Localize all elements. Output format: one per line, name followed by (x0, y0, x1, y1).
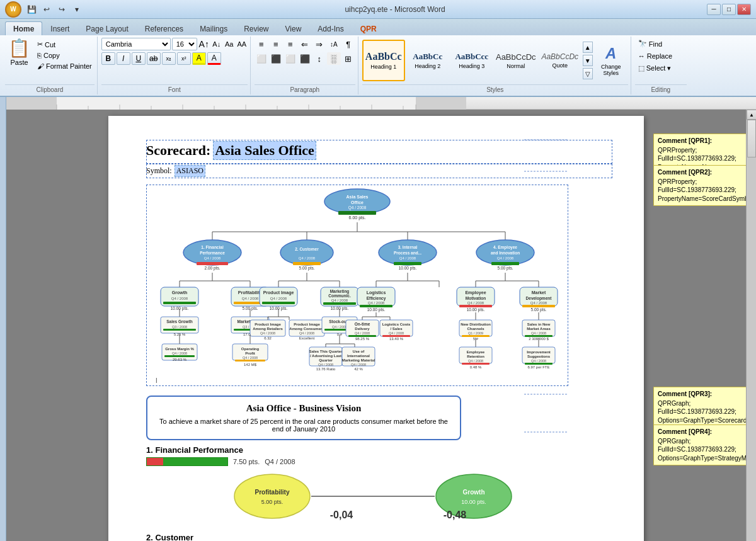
subscript-button[interactable]: x₂ (162, 52, 176, 65)
clear-format-btn[interactable]: Aa (224, 38, 235, 50)
sort-btn[interactable]: ↕A (327, 38, 341, 50)
strikethrough-button[interactable]: ab (147, 52, 161, 65)
main-layout: Scorecard: Asia Sales Office Symbol: ASI… (0, 97, 756, 541)
svg-text:Excellent: Excellent (299, 336, 315, 340)
line-spacing-btn[interactable]: ↕ (312, 52, 326, 65)
decrease-indent-btn[interactable]: ⇐ (298, 38, 312, 50)
style-heading2-btn[interactable]: AaBbCc Heading 2 (406, 40, 449, 81)
svg-text:4. Employee: 4. Employee (493, 245, 517, 250)
svg-point-212 (234, 474, 310, 518)
style-heading1-btn[interactable]: AaBbCc Heading 1 (362, 40, 405, 81)
tab-add-ins[interactable]: Add-Ins (309, 21, 352, 35)
comment-qpr2: Comment [QPR2]: QPRProperty; FullId=SC.1… (653, 165, 746, 206)
cut-button[interactable]: ✂ Cut (35, 39, 94, 50)
v-scroll-track[interactable] (747, 120, 756, 541)
font-color-btn[interactable]: A (207, 52, 221, 65)
increase-font-btn[interactable]: A↑ (198, 38, 210, 50)
clipboard-group-label: Clipboard (5, 84, 94, 93)
bullets-btn[interactable]: ≡ (255, 38, 268, 50)
numbering-btn[interactable]: ≡ (269, 38, 283, 50)
document-page: Scorecard: Asia Sales Office Symbol: ASI… (108, 116, 644, 541)
paragraph-content: ≡ ≡ ≡ ⇐ ⇒ ↕A ¶ ⬜ ⬛ ⬜ ⬛ ↕ ░ ⊞ (255, 37, 355, 84)
tab-page-layout[interactable]: Page Layout (77, 21, 136, 35)
svg-text:Q4 / 2008: Q4 / 2008 (242, 297, 259, 300)
office-button[interactable]: W (5, 1, 21, 18)
minimize-btn[interactable]: ─ (707, 4, 721, 15)
svg-text:Product Image: Product Image (263, 290, 294, 295)
center-btn[interactable]: ⬛ (269, 52, 283, 65)
svg-text:On-time: On-time (355, 322, 370, 326)
decrease-font-btn[interactable]: A↓ (211, 38, 222, 50)
show-hide-btn[interactable]: ¶ (341, 38, 355, 50)
svg-text:0.48 %: 0.48 % (470, 365, 482, 369)
style-quote-btn[interactable]: AaBbCcDc Quote (539, 40, 581, 81)
styles-expand[interactable]: ▽ (583, 68, 593, 79)
qa-dropdown-btn[interactable]: ▾ (71, 4, 83, 15)
tab-view[interactable]: View (277, 21, 310, 35)
tab-qpr[interactable]: QPR (352, 21, 385, 35)
align-left-btn[interactable]: ⬜ (255, 52, 268, 65)
bold-button[interactable]: B (101, 52, 115, 65)
scorecard-tree-wrapper: Asia Sales Office Q4 / 2008 6.00 pts. (146, 185, 606, 388)
svg-rect-20 (338, 211, 376, 215)
comment-qpr4-card: Comment [QPR4]: QPRGraph; FullId=SC.1938… (653, 424, 746, 465)
borders-btn[interactable]: ⊞ (341, 52, 355, 65)
page-scroll[interactable]: Scorecard: Asia Sales Office Symbol: ASI… (6, 110, 746, 541)
v-scroll-thumb[interactable] (747, 120, 756, 157)
change-styles-button[interactable]: A Change Styles (594, 42, 628, 79)
svg-text:Market Areas: Market Areas (527, 327, 551, 331)
vertical-scrollbar[interactable]: ▲ ▼ ⬆ ⬇ (746, 110, 756, 541)
symbol-selected[interactable]: ASIASO (175, 165, 205, 177)
tab-home[interactable]: Home (5, 21, 42, 35)
align-right-btn[interactable]: ⬜ (284, 52, 297, 65)
font-name-select[interactable]: Cambria (101, 38, 171, 50)
doc-title-text: Scorecard: (146, 142, 210, 159)
justify-btn[interactable]: ⬛ (298, 52, 312, 65)
copy-button[interactable]: ⎘ Copy (35, 50, 94, 60)
svg-text:Growth: Growth (463, 489, 485, 496)
shading-btn[interactable]: ░ (327, 52, 341, 65)
doc-title-selected[interactable]: Asia Sales Office (213, 141, 316, 160)
style-heading3-btn[interactable]: AaBbCcc Heading 3 (450, 40, 493, 81)
svg-text:/ Advertising Last: / Advertising Last (310, 354, 341, 358)
paste-button[interactable]: 📋 Paste (5, 38, 33, 68)
font-content: Cambria 16 A↑ A↓ Aa AA B I U ab x₂ x² (101, 37, 248, 84)
find-button[interactable]: 🔭 Find (635, 38, 665, 50)
svg-text:Efficiency: Efficiency (367, 296, 386, 301)
multilevel-btn[interactable]: ≡ (284, 38, 297, 50)
svg-text:Q1 / 2009: Q1 / 2009 (468, 331, 483, 335)
svg-rect-43 (394, 262, 421, 265)
undo-quick-btn[interactable]: ↩ (40, 4, 53, 15)
underline-button[interactable]: U (132, 52, 146, 65)
title-line: Scorecard: Asia Sales Office (146, 141, 606, 162)
superscript-button[interactable]: x² (177, 52, 191, 65)
styles-scroll-up[interactable]: ▲ (583, 42, 593, 53)
editing-content: 🔭 Find ↔ Replace ⬚ Select ▾ (635, 37, 687, 84)
para-row-2: ⬜ ⬛ ⬜ ⬛ ↕ ░ ⊞ (255, 52, 355, 65)
select-button[interactable]: ⬚ Select ▾ (635, 62, 675, 74)
font-size-select[interactable]: 16 (172, 38, 197, 50)
svg-text:Use of: Use of (353, 350, 365, 353)
save-quick-btn[interactable]: 💾 (25, 4, 38, 15)
replace-button[interactable]: ↔ Replace (635, 50, 675, 62)
normal-label: Normal (507, 63, 525, 69)
svg-text:and Innovation: and Innovation (491, 251, 520, 255)
format-painter-button[interactable]: 🖌 Format Painter (35, 61, 94, 71)
change-case-btn[interactable]: AA (236, 38, 248, 50)
style-normal-btn[interactable]: AaBbCcDc Normal (495, 40, 537, 81)
tab-mailings[interactable]: Mailings (192, 21, 236, 35)
maximize-btn[interactable]: □ (722, 4, 736, 15)
highlight-btn[interactable]: A (192, 52, 206, 65)
redo-quick-btn[interactable]: ↪ (55, 4, 68, 15)
increase-indent-btn[interactable]: ⇒ (312, 38, 326, 50)
scroll-up-btn[interactable]: ▲ (747, 110, 756, 120)
tab-references[interactable]: References (137, 21, 192, 35)
perf-quarter: Q4 / 2008 (265, 458, 295, 465)
styles-scroll-down[interactable]: ▼ (583, 55, 593, 66)
close-btn[interactable]: ✕ (737, 4, 751, 15)
tab-insert[interactable]: Insert (42, 21, 77, 35)
symbol-prefix: Symbol: (146, 166, 172, 176)
tab-review[interactable]: Review (236, 21, 277, 35)
symbol-selection-box (146, 164, 612, 178)
italic-button[interactable]: I (117, 52, 130, 65)
